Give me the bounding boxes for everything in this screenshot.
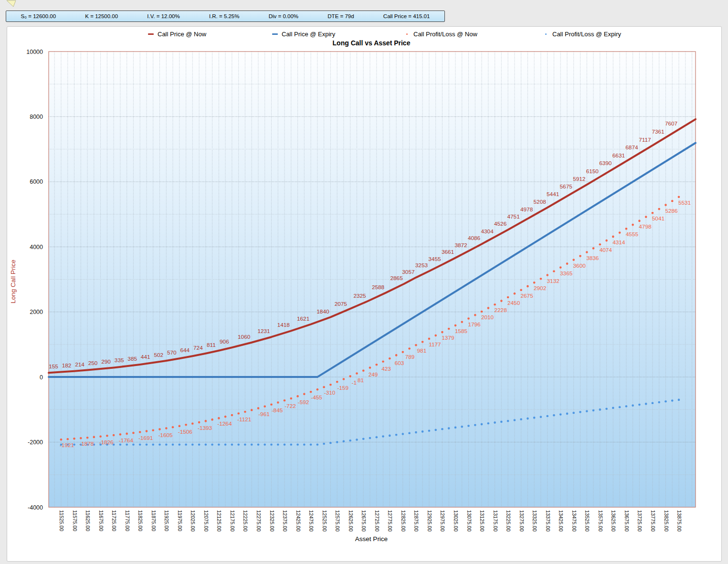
- point-label: 441: [141, 354, 150, 360]
- point-label: 644: [180, 347, 190, 354]
- x-tick-label: 12225.00: [243, 510, 248, 532]
- point-label: 3253: [415, 262, 428, 269]
- plot-area[interactable]: 1551822142502903353854415025706447248119…: [0, 0, 728, 564]
- point-label: 6390: [599, 160, 612, 167]
- point-label: 7361: [652, 128, 664, 135]
- x-tick-label: 13175.00: [493, 510, 498, 532]
- point-label: -1605: [158, 432, 173, 439]
- point-label: 1585: [455, 328, 468, 334]
- point-label: 6150: [586, 168, 599, 175]
- point-label: 214: [75, 361, 84, 368]
- x-tick-label: 11975.00: [177, 510, 183, 531]
- point-label: 1177: [429, 341, 441, 348]
- x-tick-label: 12175.00: [230, 510, 235, 532]
- x-tick-label: 11775.00: [125, 510, 130, 531]
- point-label: 2075: [335, 301, 348, 307]
- x-tick-label: 12975.00: [440, 510, 445, 532]
- point-label: 2450: [507, 300, 520, 306]
- x-tick-label: 13375.00: [545, 510, 551, 532]
- point-label: 155: [49, 363, 58, 370]
- point-label: 423: [381, 366, 391, 372]
- point-label: 250: [88, 360, 98, 366]
- point-label: 570: [167, 349, 177, 356]
- x-tick-label: 13575.00: [598, 510, 603, 532]
- point-label: 5441: [547, 191, 559, 198]
- y-tick-label: -4000: [28, 504, 43, 511]
- x-tick-label: 13625.00: [611, 510, 616, 532]
- point-label: -1764: [119, 437, 134, 444]
- point-label: 3661: [442, 249, 454, 255]
- point-label: 249: [369, 371, 378, 378]
- point-label: 1379: [442, 334, 454, 341]
- x-tick-label: 12325.00: [269, 510, 275, 532]
- point-label: -722: [285, 403, 296, 409]
- point-label: 5531: [678, 199, 691, 206]
- point-label: 4978: [520, 206, 533, 213]
- point-label: 981: [417, 347, 427, 354]
- point-label: 811: [207, 342, 216, 348]
- point-label: 4304: [481, 228, 494, 235]
- point-label: 182: [62, 362, 72, 369]
- point-label: -1826: [99, 439, 114, 446]
- x-tick-label: 11575.00: [72, 510, 78, 531]
- point-label: 290: [101, 358, 111, 365]
- x-tick-label: 12375.00: [282, 510, 288, 532]
- point-label: 502: [154, 352, 163, 358]
- x-tick-label: 13425.00: [558, 510, 564, 532]
- point-label: 5912: [573, 176, 585, 182]
- y-tick-label: 8000: [30, 114, 43, 120]
- point-label: 3057: [402, 269, 414, 275]
- x-tick-label: 12275.00: [256, 510, 262, 532]
- x-tick-label: 13875.00: [676, 510, 682, 532]
- point-label: 3365: [560, 270, 573, 277]
- x-tick-label: 13525.00: [584, 510, 590, 532]
- x-tick-label: 13725.00: [637, 510, 643, 532]
- point-label: 335: [115, 357, 124, 364]
- point-label: -1264: [217, 420, 232, 427]
- x-tick-label: 11875.00: [151, 510, 157, 531]
- point-label: 2588: [372, 284, 385, 291]
- x-tick-label: 13125.00: [479, 510, 485, 532]
- point-label: 789: [405, 354, 415, 360]
- point-label: 906: [220, 338, 229, 345]
- x-tick-label: 12825.00: [401, 510, 406, 532]
- point-label: 4798: [639, 223, 652, 230]
- x-tick-label: 12575.00: [335, 510, 340, 532]
- y-tick-label: 0: [40, 374, 43, 381]
- point-label: -961: [258, 411, 270, 418]
- x-tick-label: 12775.00: [387, 510, 393, 532]
- point-label: 2228: [494, 307, 507, 313]
- x-tick-label: 12125.00: [216, 510, 222, 532]
- x-tick-label: 13075.00: [466, 510, 472, 532]
- point-label: 603: [395, 360, 404, 366]
- x-tick-label: 13225.00: [506, 510, 511, 532]
- x-tick-label: 11625.00: [85, 510, 91, 531]
- point-label: -1878: [79, 440, 94, 447]
- x-tick-label: 11675.00: [98, 510, 104, 531]
- point-label: 1796: [468, 321, 481, 328]
- x-tick-label: 11525.00: [59, 510, 64, 531]
- point-label: 3836: [586, 255, 599, 261]
- point-label: -1121: [237, 416, 251, 423]
- x-tick-label: 12425.00: [295, 510, 301, 532]
- point-label: -1: [352, 379, 357, 386]
- point-label: 4074: [600, 247, 612, 253]
- x-tick-label: 12675.00: [361, 510, 367, 532]
- point-label: 1418: [277, 322, 290, 328]
- point-label: -159: [337, 385, 348, 391]
- x-tick-label: 13775.00: [650, 510, 656, 532]
- x-tick-label: 12075.00: [203, 510, 209, 532]
- x-tick-label: 12525.00: [322, 510, 327, 532]
- point-label: 1621: [297, 315, 309, 322]
- x-tick-label: 12625.00: [348, 510, 354, 532]
- x-tick-label: 13825.00: [664, 510, 669, 532]
- point-label: 81: [358, 377, 364, 384]
- point-label: 3872: [454, 242, 467, 249]
- point-label: 1060: [238, 334, 251, 340]
- point-label: 3132: [547, 278, 559, 284]
- point-label: -845: [272, 407, 283, 414]
- point-label: 6631: [612, 152, 625, 159]
- point-label: -1691: [138, 435, 153, 441]
- point-label: 5041: [652, 215, 665, 222]
- point-label: -1393: [198, 425, 212, 431]
